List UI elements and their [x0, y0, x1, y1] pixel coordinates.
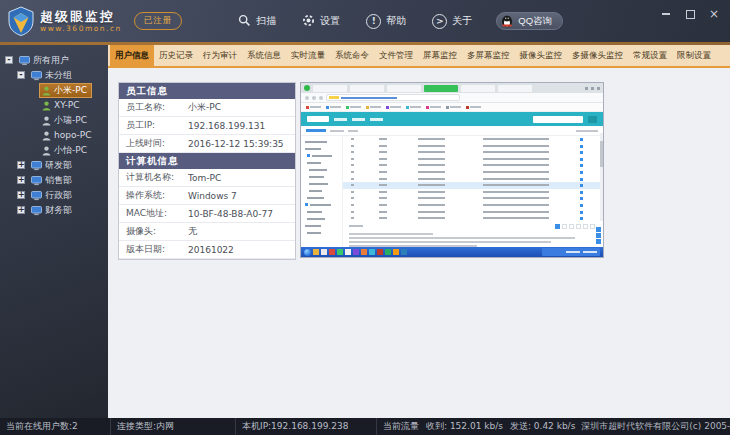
qq-penguin-icon — [500, 14, 514, 28]
computer-value: 20161022 — [188, 245, 234, 255]
preview-sidebar-row — [305, 229, 342, 236]
tree-row: +研发部 — [0, 158, 108, 172]
computer-row: MAC地址:10-BF-48-B8-A0-77 — [119, 205, 295, 223]
preview-table-row — [343, 215, 603, 222]
info-panel: 员工信息员工名称:小米-PC员工IP:192.168.199.131上线时间:2… — [118, 82, 296, 260]
tree-row: +行政部 — [0, 188, 108, 202]
preview-bookmark-item — [466, 106, 481, 109]
preview-table-row — [343, 182, 603, 189]
employee-info-section: 员工信息员工名称:小米-PC员工IP:192.168.199.131上线时间:2… — [119, 83, 295, 153]
preview-table-row — [343, 149, 603, 156]
tab-item[interactable]: 文件管理 — [374, 45, 418, 66]
status-connection-type: 连接类型:内网 — [117, 420, 174, 433]
preview-search-box — [533, 116, 583, 123]
app-url: www.360mon.cn — [40, 25, 122, 33]
computer-value: 无 — [188, 225, 197, 238]
preview-sidebar-row — [305, 194, 342, 201]
tree-item-label: 小瑞-PC — [54, 114, 87, 127]
topbar-action-settings[interactable]: 设置 — [302, 14, 340, 29]
preview-taskbar-icon — [393, 249, 399, 255]
collapse-icon[interactable]: - — [17, 71, 25, 79]
tab-item[interactable]: 多摄像头监控 — [567, 45, 628, 66]
minimize-button[interactable] — [660, 8, 672, 20]
tab-item[interactable]: 摄像头监控 — [515, 45, 568, 66]
tab-item[interactable]: 行为审计 — [198, 45, 242, 66]
sidebar-group-item[interactable]: 未分组 — [28, 68, 77, 83]
preview-taskbar-icon — [385, 249, 391, 255]
tree-item-label: 小怡-PC — [54, 144, 87, 157]
tab-bar: 用户信息历史记录行为审计系统信息实时流量系统命令文件管理屏幕监控多屏幕监控摄像头… — [108, 45, 730, 68]
computer-icon — [31, 201, 42, 220]
preview-taskbar-icon — [377, 249, 383, 255]
tab-item[interactable]: 系统信息 — [242, 45, 286, 66]
topbar-action-help[interactable]: !帮助 — [366, 14, 406, 29]
preview-page-sidebar — [301, 136, 343, 251]
sidebar-user-item[interactable]: 小怡-PC — [39, 143, 92, 158]
employee-label: 上线时间: — [119, 137, 188, 150]
tab-item[interactable]: 屏幕监控 — [418, 45, 462, 66]
remote-screen-preview[interactable] — [300, 82, 604, 258]
preview-table-row — [343, 209, 603, 216]
maximize-button[interactable] — [684, 8, 696, 20]
preview-table-row — [343, 195, 603, 202]
collapse-icon[interactable]: - — [5, 56, 13, 64]
topbar-action-about[interactable]: >关于 — [432, 14, 472, 29]
computer-info-section: 计算机信息计算机名称:Tom-PC操作系统:Windows 7MAC地址:10-… — [119, 153, 295, 259]
preview-table-row — [343, 156, 603, 163]
app-title: 超级眼监控 — [40, 10, 122, 23]
tab-item[interactable]: 用户信息 — [110, 45, 154, 66]
shield-logo-icon — [8, 6, 34, 36]
tree-item-label: 小米-PC — [54, 84, 87, 97]
tree-row: 小瑞-PC — [0, 113, 108, 127]
tab-item[interactable]: 多屏幕监控 — [462, 45, 515, 66]
tab-item[interactable]: 限制设置 — [672, 45, 716, 66]
preview-table-row — [343, 162, 603, 169]
tab-item[interactable]: 历史记录 — [154, 45, 198, 66]
sidebar-group-item[interactable]: 所有用户 — [16, 53, 74, 68]
app-logo: 超级眼监控 www.360mon.cn — [8, 6, 122, 36]
preview-taskbar-icon — [361, 249, 367, 255]
qq-consult-button[interactable]: QQ咨询 — [496, 12, 563, 30]
preview-taskbar-icon — [345, 249, 351, 255]
computer-row: 计算机名称:Tom-PC — [119, 169, 295, 187]
topbar-actions: 扫描设置!帮助>关于 — [238, 14, 472, 29]
sidebar-group-item[interactable]: 财务部 — [28, 203, 77, 218]
preview-sidebar-row — [305, 187, 342, 194]
close-button[interactable]: × — [708, 8, 720, 20]
sidebar-user-tree: -所有用户-未分组小米-PCXY-PC小瑞-PChopo-PC小怡-PC+研发部… — [0, 45, 108, 418]
preview-bookmark-item — [386, 106, 401, 109]
expand-icon[interactable]: + — [17, 191, 25, 199]
computer-label: 计算机名称: — [119, 171, 188, 184]
expand-icon[interactable]: + — [17, 206, 25, 214]
preview-bookmark-item — [306, 106, 321, 109]
about-icon: > — [432, 14, 447, 29]
computer-label: 摄像头: — [119, 225, 188, 238]
topbar-action-label: 扫描 — [256, 14, 276, 28]
preview-sidebar-row — [305, 208, 342, 215]
preview-file-table — [343, 136, 603, 251]
tree-row: XY-PC — [0, 98, 108, 112]
preview-table-row — [343, 169, 603, 176]
employee-label: 员工IP: — [119, 119, 188, 132]
preview-sidebar-row — [305, 173, 342, 180]
tab-item[interactable]: 常规设置 — [628, 45, 672, 66]
preview-taskbar-icon — [369, 249, 375, 255]
preview-taskbar-icon — [401, 249, 407, 255]
preview-bookmark-item — [346, 106, 361, 109]
title-bar: 超级眼监控 www.360mon.cn 已注册 扫描设置!帮助>关于 QQ咨询 … — [0, 0, 730, 42]
tree-item-label: 财务部 — [45, 204, 72, 217]
tab-item[interactable]: 实时流量 — [286, 45, 330, 66]
topbar-action-scan[interactable]: 扫描 — [238, 14, 276, 29]
expand-icon[interactable]: + — [17, 176, 25, 184]
computer-value: Windows 7 — [188, 191, 237, 201]
tree-row: 小米-PC — [0, 83, 108, 97]
scan-icon — [238, 14, 251, 29]
computer-value: Tom-PC — [188, 173, 221, 183]
computer-row: 版本日期:20161022 — [119, 241, 295, 259]
computer-row: 摄像头:无 — [119, 223, 295, 241]
app-window: 超级眼监控 www.360mon.cn 已注册 扫描设置!帮助>关于 QQ咨询 … — [0, 0, 730, 435]
preview-side-widget — [596, 227, 601, 244]
computer-label: 操作系统: — [119, 189, 188, 202]
expand-icon[interactable]: + — [17, 161, 25, 169]
tab-item[interactable]: 系统命令 — [330, 45, 374, 66]
